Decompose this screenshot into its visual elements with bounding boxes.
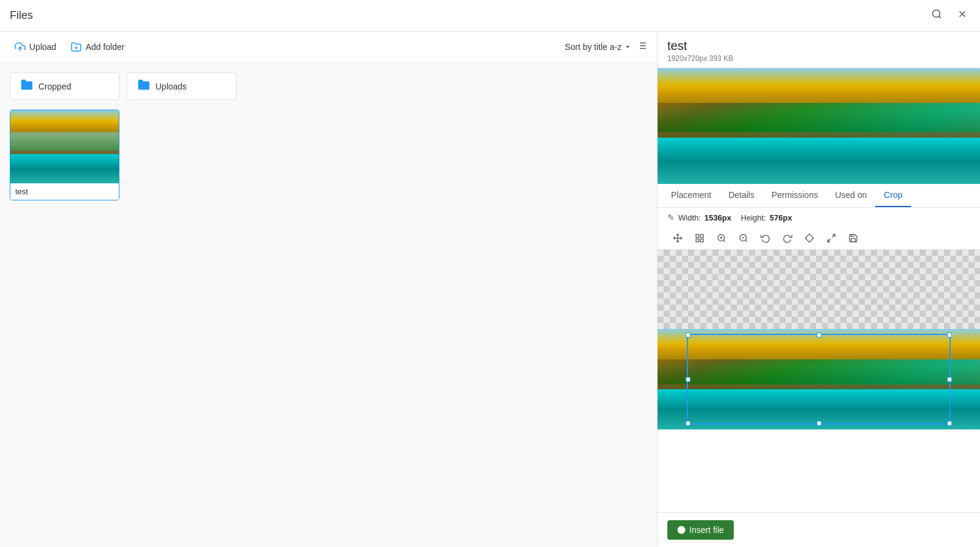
folder-icon: [20, 78, 34, 94]
tab-crop[interactable]: Crop: [875, 184, 911, 207]
file-info-meta: 1920x720px 393 KB: [667, 54, 970, 63]
crop-selection[interactable]: [687, 334, 951, 425]
zoom-out-button[interactable]: [733, 230, 754, 247]
crop-handle-lm[interactable]: [686, 377, 691, 382]
insert-file-label: Insert file: [689, 525, 724, 535]
svg-rect-18: [696, 239, 699, 242]
panel-footer: Insert file: [658, 512, 980, 547]
content-area: Upload Add folder Sort by title a-z: [0, 32, 980, 547]
height-value: 576px: [770, 213, 792, 222]
svg-line-24: [745, 240, 747, 242]
rotate-left-button[interactable]: [755, 230, 776, 247]
crop-bottom-area: [658, 329, 980, 512]
folder-icon-uploads: [137, 78, 151, 94]
folder-name-uploads: Uploads: [155, 82, 186, 91]
crop-handle-bl[interactable]: [686, 421, 691, 426]
svg-rect-17: [700, 239, 703, 242]
files-toolbar: Upload Add folder Sort by title a-z: [0, 32, 657, 63]
folder-row: Cropped Uploads: [10, 72, 647, 100]
svg-line-1: [939, 16, 940, 18]
crop-info: ✎ Width: 1536px Height: 576px: [658, 208, 980, 227]
crop-panel: ✎ Width: 1536px Height: 576px: [658, 208, 980, 512]
file-info: test 1920x720px 393 KB: [658, 32, 980, 68]
files-row: test: [10, 110, 647, 200]
svg-line-20: [723, 240, 725, 242]
folder-item-uploads[interactable]: Uploads: [127, 72, 236, 100]
tab-permissions[interactable]: Permissions: [763, 184, 826, 207]
flip-button[interactable]: [799, 230, 820, 247]
file-info-title: test: [667, 39, 970, 53]
file-name-test: test: [10, 183, 119, 200]
folder-name-cropped: Cropped: [38, 82, 71, 91]
toolbar-left: Upload Add folder: [10, 39, 129, 55]
tab-details[interactable]: Details: [720, 184, 763, 207]
save-crop-button[interactable]: [843, 230, 864, 247]
crop-handle-bm[interactable]: [817, 421, 822, 426]
add-folder-button[interactable]: Add folder: [66, 39, 129, 55]
sort-button[interactable]: Sort by title a-z: [565, 42, 631, 52]
crop-top-area: [658, 250, 980, 329]
file-item-test[interactable]: test: [10, 110, 119, 200]
insert-file-button[interactable]: Insert file: [667, 520, 734, 540]
crop-handle-tm[interactable]: [817, 333, 822, 337]
right-panel: test 1920x720px 393 KB Placement: [657, 32, 980, 547]
rotate-right-button[interactable]: [777, 230, 798, 247]
width-value: 1536px: [705, 213, 731, 222]
crop-handle-br[interactable]: [947, 421, 952, 426]
add-folder-label: Add folder: [85, 42, 124, 52]
tab-placement[interactable]: Placement: [662, 184, 720, 207]
sort-label: Sort by title a-z: [565, 42, 622, 52]
crop-toolbar: [658, 227, 980, 250]
folder-item-cropped[interactable]: Cropped: [10, 72, 119, 100]
move-tool-button[interactable]: [667, 230, 688, 247]
upload-button[interactable]: Upload: [10, 39, 61, 55]
fit-button[interactable]: [821, 230, 842, 247]
svg-point-0: [932, 10, 940, 17]
list-view-button[interactable]: [636, 40, 647, 54]
search-button[interactable]: [929, 6, 945, 25]
svg-rect-15: [696, 235, 699, 238]
app-title: Files: [10, 9, 33, 22]
toolbar-right: Sort by title a-z: [565, 40, 647, 54]
preview-image: [658, 68, 980, 184]
file-thumbnail: [10, 110, 119, 183]
app-header: Files: [0, 0, 980, 32]
crop-handle-rm[interactable]: [947, 377, 952, 382]
upload-label: Upload: [29, 42, 56, 52]
preview-img-bg: [658, 68, 980, 184]
pencil-icon: ✎: [667, 213, 675, 222]
svg-rect-16: [700, 235, 703, 238]
zoom-in-button[interactable]: [711, 230, 732, 247]
height-label: Height:: [741, 213, 766, 222]
crop-image-container: [658, 329, 980, 429]
grid-tool-button[interactable]: [689, 230, 710, 247]
width-label: Width:: [678, 213, 701, 222]
tab-used-on[interactable]: Used on: [826, 184, 875, 207]
file-grid: Cropped Uploads: [0, 63, 657, 547]
preview-scene: [658, 68, 980, 184]
tab-bar: Placement Details Permissions Used on Cr…: [658, 184, 980, 208]
svg-line-27: [828, 239, 831, 242]
svg-line-26: [832, 235, 835, 238]
close-button[interactable]: [954, 6, 970, 25]
crop-handle-tr[interactable]: [947, 333, 952, 337]
thumbnail-image: [10, 110, 119, 183]
crop-handle-tl[interactable]: [686, 333, 691, 337]
crop-canvas-area: [658, 250, 980, 512]
header-actions: [929, 6, 970, 25]
left-panel: Upload Add folder Sort by title a-z: [0, 32, 657, 547]
